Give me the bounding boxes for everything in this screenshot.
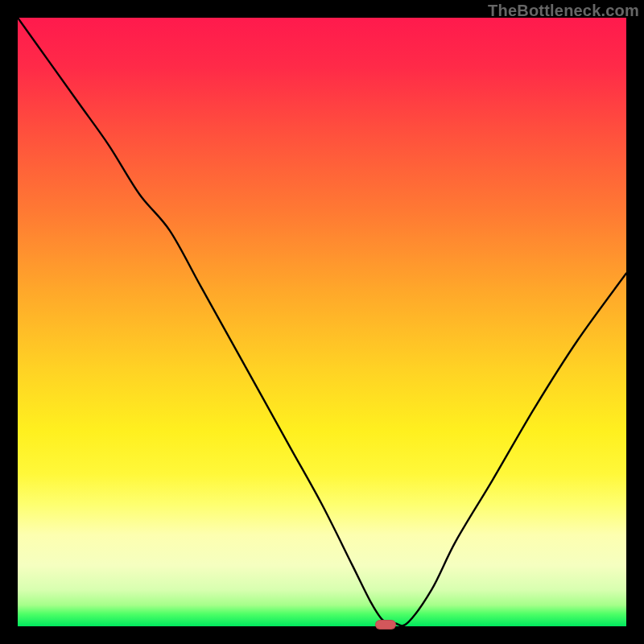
bottleneck-curve xyxy=(18,18,626,626)
optimal-marker xyxy=(375,620,396,630)
chart-frame: TheBottleneck.com xyxy=(0,0,644,644)
plot-area xyxy=(18,18,626,626)
watermark-text: TheBottleneck.com xyxy=(488,2,639,20)
